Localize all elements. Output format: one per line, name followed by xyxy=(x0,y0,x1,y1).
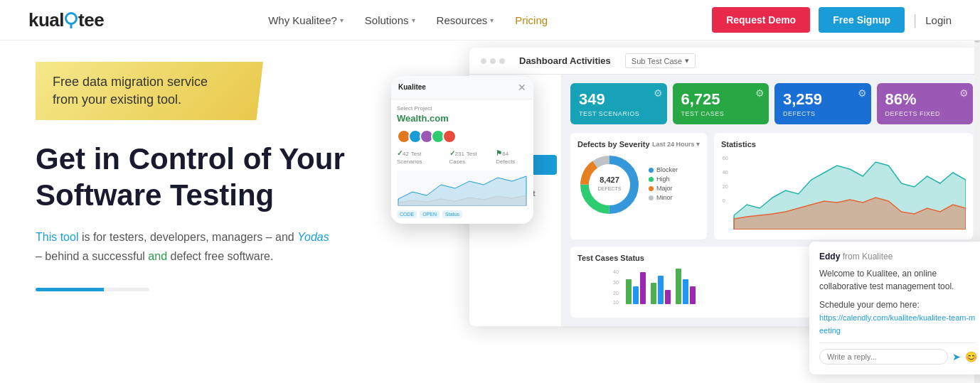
stat-label: TEST CASES xyxy=(681,110,761,117)
chart-title: Defects by Severity Last 24 Hours ▾ xyxy=(577,140,700,149)
stat-value: 6,725 xyxy=(681,90,761,109)
donut-chart-svg: 8,427 DEFECTS xyxy=(577,153,641,217)
stat-card-defects: ⚙ 3,259 DEFECTS xyxy=(774,83,871,124)
svg-text:Kualitee: Kualitee xyxy=(398,83,426,91)
phone-chart-svg xyxy=(397,171,528,206)
phone-stat-scenarios: ✓42 Test Scenarios xyxy=(397,149,445,165)
nav-solutions[interactable]: Solutions ▾ xyxy=(365,14,415,26)
svg-text:10: 10 xyxy=(613,300,619,305)
nav-resources[interactable]: Resources ▾ xyxy=(437,14,494,26)
svg-rect-21 xyxy=(651,283,656,304)
window-dots xyxy=(481,58,505,64)
statistics-chart: Statistics 60 40 20 0 xyxy=(714,133,973,239)
main-content: Free data migration service from your ex… xyxy=(0,41,980,383)
svg-text:DEFECTS: DEFECTS xyxy=(598,186,622,191)
legend-dot xyxy=(649,195,654,200)
nav-pricing[interactable]: Pricing xyxy=(515,14,548,26)
chat-schedule-label: Schedule your demo here: https://calendl… xyxy=(819,298,977,337)
phone-header: Kualitee ✕ xyxy=(391,76,533,99)
desc-yodas: Yodas xyxy=(297,231,329,243)
chat-reply-input[interactable] xyxy=(819,349,948,365)
svg-text:8,427: 8,427 xyxy=(600,176,619,184)
stat-label: TEST SCENARIOS xyxy=(579,110,659,117)
legend-item-high: High xyxy=(649,176,678,183)
nav-links: Why Kualitee? ▾ Solutions ▾ Resources ▾ … xyxy=(268,14,548,26)
hero-section: Free data migration service from your ex… xyxy=(0,41,427,383)
desc-highlight-tool: This tool xyxy=(36,231,78,243)
filter-icon[interactable]: ⚙ xyxy=(959,87,969,99)
hero-cta-bar xyxy=(36,288,149,291)
dashboard-title-area: Dashboard Activities Sub Test Case ▾ xyxy=(505,53,970,68)
svg-rect-25 xyxy=(683,279,688,304)
legend-dot xyxy=(649,177,654,182)
statistics-svg: 60 40 20 0 xyxy=(721,151,966,230)
chart-subtitle: Last 24 Hours ▾ xyxy=(652,141,700,148)
desc-highlight-and: and xyxy=(148,250,167,262)
team-avatars xyxy=(397,129,528,144)
phone-tag: OPEN xyxy=(420,210,440,218)
phone-logo: Kualitee xyxy=(398,82,441,93)
team-avatar xyxy=(442,129,457,144)
nav-why-kualitee[interactable]: Why Kualitee? ▾ xyxy=(268,14,343,26)
svg-rect-24 xyxy=(676,269,681,304)
filter-icon[interactable]: ⚙ xyxy=(755,87,765,99)
charts-row: Defects by Severity Last 24 Hours ▾ xyxy=(570,133,973,239)
free-signup-button[interactable]: Free Signup xyxy=(819,7,905,33)
donut-chart-area: 8,427 DEFECTS Blocker xyxy=(577,153,700,217)
chat-input-area: ➤ 😊 xyxy=(819,342,977,365)
svg-text:0: 0 xyxy=(723,198,725,204)
phone-mini-chart xyxy=(397,171,528,206)
chat-widget: Eddy from Kualitee Welcome to Kualitee, … xyxy=(809,242,980,374)
svg-rect-18 xyxy=(626,279,632,304)
stat-label: DEFECTS FIXED xyxy=(885,110,965,117)
filter-icon[interactable]: ⚙ xyxy=(858,87,867,99)
logo-icon xyxy=(65,12,78,25)
donut-legend: Blocker High Major xyxy=(649,166,678,203)
stat-value: 3,259 xyxy=(783,90,863,109)
dashboard-header: Dashboard Activities Sub Test Case ▾ xyxy=(469,48,980,75)
defects-by-severity-chart: Defects by Severity Last 24 Hours ▾ xyxy=(570,133,707,239)
legend-item-major: Major xyxy=(649,185,678,192)
stat-card-defects-fixed: ⚙ 86% DEFECTS FIXED xyxy=(877,83,974,124)
svg-rect-20 xyxy=(640,272,646,304)
phone-stat-test-cases: ✓231 Test Cases xyxy=(449,149,492,165)
stat-value: 86% xyxy=(885,90,965,109)
banner: Free data migration service from your ex… xyxy=(36,62,263,120)
chevron-down-icon: ▾ xyxy=(490,16,494,24)
phone-body: Select Project Wealth.com ✓42 Test Scena… xyxy=(391,99,533,224)
emoji-icon[interactable]: 😊 xyxy=(965,351,977,362)
svg-rect-19 xyxy=(633,286,639,304)
stat-card-scenarios: ⚙ 349 TEST SCENARIOS xyxy=(570,83,667,124)
svg-text:20: 20 xyxy=(613,291,619,296)
chat-message-text: Welcome to Kualitee, an online collabora… xyxy=(819,267,977,293)
phone-tags: CODE OPEN Status xyxy=(397,210,528,218)
filter-icon[interactable]: ⚙ xyxy=(654,87,663,99)
stat-label: DEFECTS xyxy=(783,110,863,117)
phone-tag: Status xyxy=(442,210,462,218)
legend-item-minor: Minor xyxy=(649,194,678,201)
svg-rect-26 xyxy=(690,286,696,304)
stats-row: ⚙ 349 TEST SCENARIOS ⚙ 6,725 TEST CASES … xyxy=(570,83,973,124)
chevron-down-icon: ▾ xyxy=(412,16,415,24)
statistics-chart-title: Statistics xyxy=(721,140,966,149)
navbar: kualtee Why Kualitee? ▾ Solutions ▾ Reso… xyxy=(0,0,980,41)
sub-test-case-dropdown[interactable]: Sub Test Case ▾ xyxy=(625,53,696,68)
login-button[interactable]: Login xyxy=(925,14,952,26)
project-label: Select Project xyxy=(397,105,528,112)
svg-text:20: 20 xyxy=(723,183,728,190)
svg-text:60: 60 xyxy=(723,155,728,161)
phone-close-icon[interactable]: ✕ xyxy=(518,82,526,93)
project-name: Wealth.com xyxy=(397,113,528,124)
send-icon[interactable]: ➤ xyxy=(952,351,961,362)
svg-text:40: 40 xyxy=(613,269,619,274)
svg-rect-22 xyxy=(658,276,664,304)
chat-demo-link[interactable]: https://calendly.com/kualitee/kualitee-t… xyxy=(819,313,975,335)
stat-value: 349 xyxy=(579,90,659,109)
chevron-down-icon: ▾ xyxy=(340,16,343,24)
svg-rect-23 xyxy=(665,290,671,304)
logo[interactable]: kualtee xyxy=(28,9,104,31)
hero-title: Get in Control of Your Software Testing xyxy=(36,141,391,213)
chevron-down-icon: ▾ xyxy=(685,56,689,65)
request-demo-button[interactable]: Request Demo xyxy=(712,7,810,33)
svg-text:30: 30 xyxy=(613,280,619,285)
